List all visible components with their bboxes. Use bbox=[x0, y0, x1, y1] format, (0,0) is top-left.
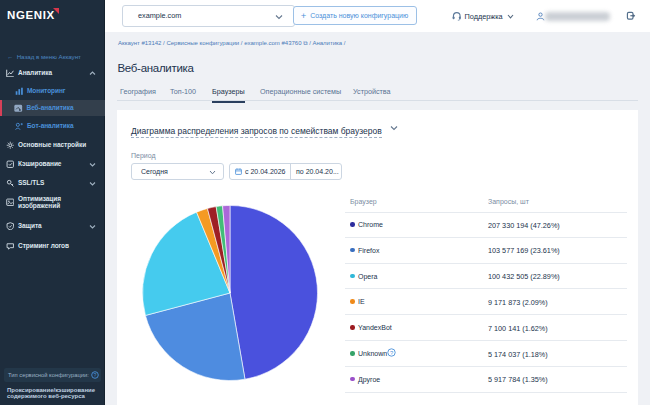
svg-text:?: ? bbox=[94, 372, 97, 378]
svg-text:?: ? bbox=[390, 350, 394, 356]
